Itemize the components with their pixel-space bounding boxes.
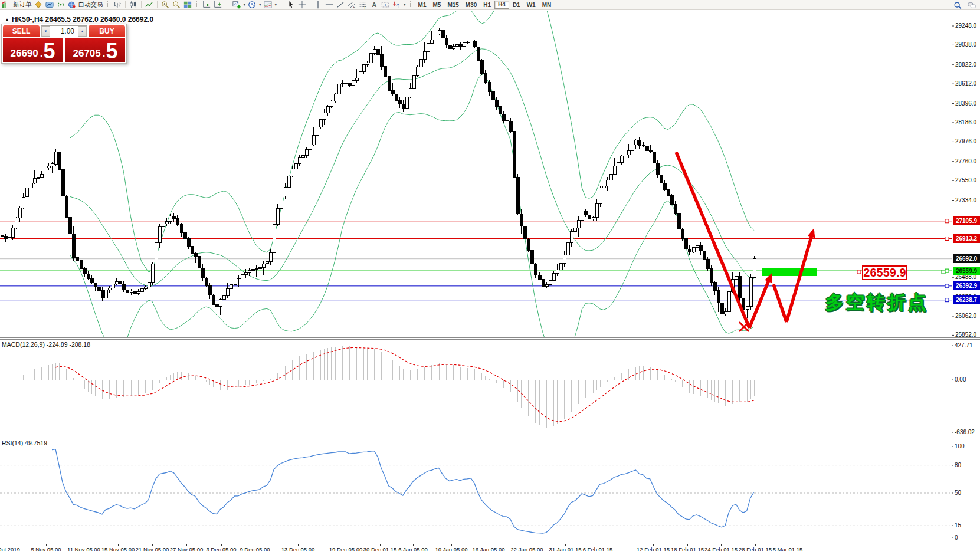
rsi-scale-label: 80 [955,462,961,468]
arrow-shapes-icon[interactable] [392,0,401,9]
line-chart-icon[interactable] [145,0,154,9]
add-indicator-icon[interactable] [232,0,241,9]
zoom-in-icon[interactable] [160,0,170,9]
rsi-scale-label: 50 [955,490,961,496]
volume-decrease-button[interactable]: ▼ [41,26,50,37]
rsi-label: RSI(14) 49.7519 [2,439,47,446]
shapes-dropdown-caret-icon[interactable]: ▾ [404,2,406,7]
price-axis-tick: 25852.0 [955,331,976,338]
text-tool-icon[interactable]: A [369,0,379,9]
timeframe-button-m15[interactable]: M15 [444,1,461,9]
volume-value[interactable]: 1.00 [50,26,78,37]
toolbar: 新订单 自动交易 ▾ ▾ [0,0,980,10]
chart-title-text: HK50-,H4 26465.5 26762.0 26460.0 26692.0 [12,15,153,24]
toolbar-separator [125,1,126,8]
toolbar-separator [141,1,142,8]
volume-spinner[interactable]: ▼ 1.00 ▲ [41,25,87,37]
sell-price-dot: . [40,48,43,58]
period-clock-icon[interactable] [247,0,257,9]
price-axis-tick: 27760.0 [955,158,976,165]
time-axis-label: 13 Dec 05:00 [271,546,325,553]
toolbar-grip [196,1,198,8]
period-dropdown-caret-icon[interactable]: ▾ [259,2,261,7]
price-axis-tick: 28822.0 [955,61,976,68]
auto-scroll-icon[interactable] [202,0,211,9]
price-level-label: 26392.9 [953,281,980,290]
buy-button[interactable]: BUY [89,25,125,37]
timeframe-button-d1[interactable]: D1 [510,1,523,9]
text-label-icon[interactable]: T [381,0,390,9]
price-level-label: 26692.0 [953,254,980,263]
mql-diamond-icon[interactable] [34,0,43,9]
indicators-dropdown-caret-icon[interactable]: ▾ [275,2,277,7]
chart-bars-partial-icon[interactable] [2,0,11,9]
chat-icon[interactable] [967,1,976,10]
indicators-waves-icon[interactable] [263,0,273,9]
autotrading-icon[interactable] [67,0,77,9]
macd-scale-label: 427.71 [955,342,973,349]
tile-windows-icon[interactable] [183,0,192,9]
toolbar-grip [281,1,282,8]
signals-icon[interactable] [56,0,65,9]
equidistant-channel-icon[interactable]: E [347,0,356,9]
price-level-label: 27105.9 [953,216,980,225]
sell-price[interactable]: 26690.5 [3,38,63,62]
turning-point-label[interactable]: 多空转折点 [825,290,929,315]
toolbar-grip [227,1,228,8]
buy-price-dot: . [103,48,106,58]
horizontal-line-icon[interactable] [325,0,334,9]
macd-scale-label: -636.02 [955,429,975,435]
svg-text:F: F [365,6,366,9]
timeframe-button-w1[interactable]: W1 [524,1,539,9]
timeframe-button-m5[interactable]: M5 [430,1,444,9]
trendline-icon[interactable] [336,0,345,9]
sell-price-frac: 5 [43,43,55,60]
svg-text:T: T [384,2,387,8]
macd-scale-label: 0.00 [955,376,966,383]
autotrading-button[interactable]: 自动交易 [78,1,103,9]
price-axis-tick: 27334.0 [955,197,976,203]
candlestick-chart-icon[interactable] [129,0,138,9]
chart-shift-icon[interactable] [213,0,222,9]
price-axis-tick: 26062.0 [955,313,976,319]
time-axis-label: 6 Feb 01:15 [571,546,624,553]
cursor-icon[interactable] [286,0,296,9]
timeframe-button-m1[interactable]: M1 [415,1,430,9]
bar-chart-icon[interactable] [113,0,122,9]
time-axis-label: 5 Mar 01:15 [761,546,814,553]
crosshair-icon[interactable] [297,0,307,9]
vertical-line-icon[interactable] [313,0,323,9]
toolbar-separator [310,1,310,8]
price-axis-tick: 28396.0 [955,100,976,107]
price-axis-tick: 27550.0 [955,177,976,183]
search-icon[interactable] [953,1,962,10]
symbol-dropdown-icon[interactable]: ▲ [5,17,9,22]
timeframe-button-m30[interactable]: M30 [463,1,480,9]
toolbar-separator [157,1,158,8]
price-axis-tick: 28186.0 [955,119,976,126]
timeframe-button-h1[interactable]: H1 [480,1,494,9]
add-indicator-dropdown-caret-icon[interactable]: ▾ [244,2,246,7]
timeframe-group: M1M5M15M30H1H4D1W1MN [415,1,555,9]
sell-price-main: 26690 [10,48,38,58]
toolbar-grip [107,1,109,8]
price-level-label: 26913.2 [953,234,980,243]
volume-increase-button[interactable]: ▲ [78,26,87,37]
zoom-out-icon[interactable] [172,0,181,9]
buy-price-frac: 5 [106,43,117,60]
market-watch-icon[interactable] [45,0,54,9]
fibonacci-icon[interactable]: F [358,0,368,9]
svg-text:E: E [353,5,356,9]
timeframe-button-h4[interactable]: H4 [494,1,509,9]
one-click-trading-panel: SELL ▼ 1.00 ▲ BUY 26690.5 26705.5 [1,24,127,64]
price-level-label: 26559.9 [953,267,980,275]
toolbar-grip [410,1,411,8]
buy-price[interactable]: 26705.5 [65,38,125,62]
price-axis-tick: 27976.0 [955,138,976,145]
new-order-button[interactable]: 新订单 [13,1,32,9]
rsi-scale-label: 100 [955,443,965,449]
price-callout-box[interactable]: 26559.9 [862,265,907,280]
timeframe-button-mn[interactable]: MN [539,1,555,9]
sell-button[interactable]: SELL [3,25,40,37]
price-level-label: 26238.7 [953,295,980,304]
